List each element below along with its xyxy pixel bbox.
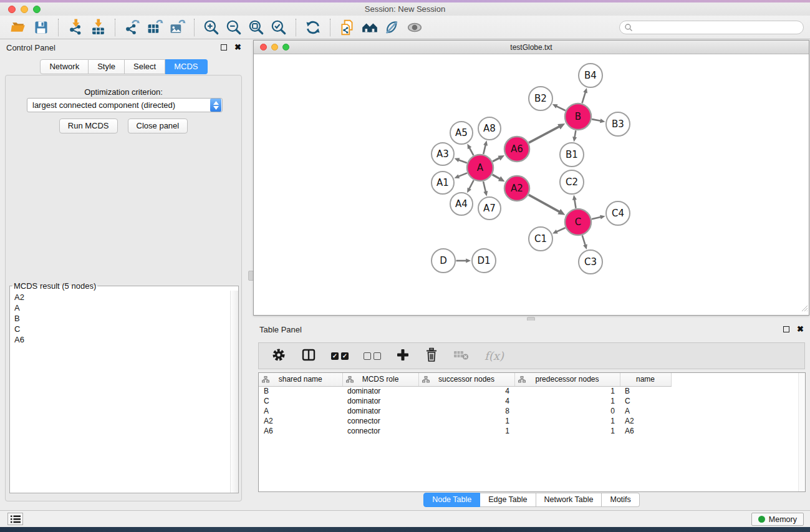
delete-columns-icon[interactable] xyxy=(425,347,438,365)
graph-edge-B-B3[interactable] xyxy=(592,119,600,121)
zoom-fit-content-icon[interactable] xyxy=(245,17,268,37)
unselect-all-columns-icon[interactable] xyxy=(364,352,381,360)
graph-edge-A6-B[interactable] xyxy=(529,127,559,143)
graph-node-D1[interactable]: D1 xyxy=(472,249,496,273)
apply-preferred-layout-icon[interactable] xyxy=(359,17,381,37)
column-header-mcds-role[interactable]: MCDS role xyxy=(342,373,418,386)
graph-edge-A2-C[interactable] xyxy=(529,195,559,211)
graph-node-A7[interactable]: A7 xyxy=(478,197,501,220)
mcds-result-item[interactable]: A6 xyxy=(11,334,229,345)
table-tab-edge-table[interactable]: Edge Table xyxy=(480,493,536,507)
table-cell[interactable]: 1 xyxy=(514,416,620,426)
table-cell[interactable]: 1 xyxy=(514,396,620,406)
graph-node-C1[interactable]: C1 xyxy=(529,227,552,251)
table-cell[interactable]: A6 xyxy=(259,426,342,436)
search-input[interactable] xyxy=(619,21,804,34)
run-mcds-button[interactable]: Run MCDS xyxy=(59,118,118,133)
graph-edge-B-B1[interactable] xyxy=(575,130,576,137)
table-cell[interactable]: C xyxy=(620,396,671,406)
export-image-icon[interactable] xyxy=(166,17,188,37)
table-cell[interactable]: A2 xyxy=(259,416,342,426)
graph-node-B[interactable]: B xyxy=(565,104,591,130)
graph-edge-A-A8[interactable] xyxy=(483,145,485,154)
mcds-result-item[interactable]: A xyxy=(11,302,229,313)
graph-node-A8[interactable]: A8 xyxy=(478,117,501,140)
table-cell[interactable]: dominator xyxy=(342,406,418,416)
graph-edge-C-C1[interactable] xyxy=(557,228,566,231)
table-row[interactable]: Bdominator41B xyxy=(259,386,671,396)
table-cell[interactable]: connector xyxy=(342,416,418,426)
graph-edge-A-A7[interactable] xyxy=(483,181,486,191)
column-header-predecessor-nodes[interactable]: predecessor nodes xyxy=(514,373,620,386)
float-panel-icon[interactable] xyxy=(221,44,227,51)
zoom-in-icon[interactable] xyxy=(200,17,223,37)
graph-node-D[interactable]: D xyxy=(432,249,455,273)
float-table-panel-icon[interactable] xyxy=(783,326,789,332)
table-cell[interactable]: dominator xyxy=(342,396,418,406)
show-graphics-details-icon[interactable] xyxy=(403,17,426,37)
result-list-scrollbar[interactable] xyxy=(230,291,238,493)
graph-node-C2[interactable]: C2 xyxy=(560,170,584,194)
graph-edge-C-C2[interactable] xyxy=(574,200,576,208)
duplicate-network-icon[interactable] xyxy=(336,17,359,37)
graph-edge-A-A3[interactable] xyxy=(459,160,467,163)
table-cell[interactable]: B xyxy=(620,386,671,396)
table-tab-node-table[interactable]: Node Table xyxy=(423,493,480,507)
hide-graphics-details-icon[interactable] xyxy=(381,17,403,37)
table-cell[interactable]: 1 xyxy=(418,426,514,436)
control-tab-style[interactable]: Style xyxy=(89,59,125,74)
graph-edge-A-A6[interactable] xyxy=(493,158,499,162)
table-cell[interactable]: 8 xyxy=(418,406,514,416)
graph-node-B1[interactable]: B1 xyxy=(560,143,584,167)
table-row[interactable]: A2connector11A2 xyxy=(259,416,671,426)
zoom-selected-icon[interactable] xyxy=(268,17,290,37)
open-session-icon[interactable] xyxy=(7,17,30,37)
select-all-columns-icon[interactable]: ✓✓ xyxy=(331,352,349,360)
graph-node-C[interactable]: C xyxy=(565,209,591,235)
column-header-name[interactable]: name xyxy=(620,373,671,386)
table-cell[interactable]: A6 xyxy=(620,426,671,436)
graph-node-A6[interactable]: A6 xyxy=(504,137,529,162)
table-cell[interactable]: A xyxy=(620,406,671,416)
import-network-from-file-icon[interactable] xyxy=(64,17,87,37)
refresh-view-icon[interactable] xyxy=(302,17,324,37)
table-cell[interactable]: 1 xyxy=(514,386,620,396)
graph-node-B3[interactable]: B3 xyxy=(606,112,630,136)
mcds-result-item[interactable]: A2 xyxy=(11,292,229,302)
mcds-result-item[interactable]: C xyxy=(11,324,229,334)
control-tab-mcds[interactable]: MCDS xyxy=(165,59,207,74)
close-panel-button[interactable]: Close panel xyxy=(128,118,188,133)
export-table-icon[interactable] xyxy=(143,17,166,37)
graph-node-A5[interactable]: A5 xyxy=(450,122,473,144)
graph-node-A2[interactable]: A2 xyxy=(504,176,529,201)
table-cell[interactable]: 4 xyxy=(418,396,514,406)
column-header-successor-nodes[interactable]: successor nodes xyxy=(418,373,514,386)
table-cell[interactable]: 0 xyxy=(514,406,620,416)
table-cell[interactable]: 1 xyxy=(514,426,620,436)
show-column-panel-icon[interactable] xyxy=(301,347,316,365)
graph-edge-B-B2[interactable] xyxy=(557,106,566,110)
export-network-icon[interactable] xyxy=(121,17,143,37)
table-cell[interactable]: connector xyxy=(342,426,418,436)
table-cell[interactable]: 1 xyxy=(418,416,514,426)
graph-edge-C-C3[interactable] xyxy=(582,235,586,244)
table-row[interactable]: Cdominator41C xyxy=(259,396,671,406)
memory-button[interactable]: Memory xyxy=(751,513,804,526)
table-cell[interactable]: B xyxy=(259,386,342,396)
close-panel-icon[interactable]: ✖ xyxy=(234,44,241,51)
graph-node-B2[interactable]: B2 xyxy=(529,87,552,110)
table-options-gear-icon[interactable] xyxy=(271,347,286,365)
network-canvas[interactable]: B4B2BB3A5A8A6B1A3AC2A1A2A4A7C4CC1C3DD1 xyxy=(254,54,809,315)
graph-edge-C-C4[interactable] xyxy=(592,217,600,219)
window-resize-grip[interactable] xyxy=(801,303,808,314)
graph-node-A4[interactable]: A4 xyxy=(450,193,473,215)
graph-node-A3[interactable]: A3 xyxy=(432,143,454,165)
table-tab-motifs[interactable]: Motifs xyxy=(602,493,639,507)
import-table-from-file-icon[interactable] xyxy=(87,17,109,37)
table-cell[interactable]: A xyxy=(259,406,342,416)
graph-node-C3[interactable]: C3 xyxy=(579,250,602,274)
table-cell[interactable]: dominator xyxy=(342,386,418,396)
column-header-shared-name[interactable]: shared name xyxy=(259,373,342,386)
table-tab-network-table[interactable]: Network Table xyxy=(536,493,602,507)
zoom-out-icon[interactable] xyxy=(223,17,245,37)
